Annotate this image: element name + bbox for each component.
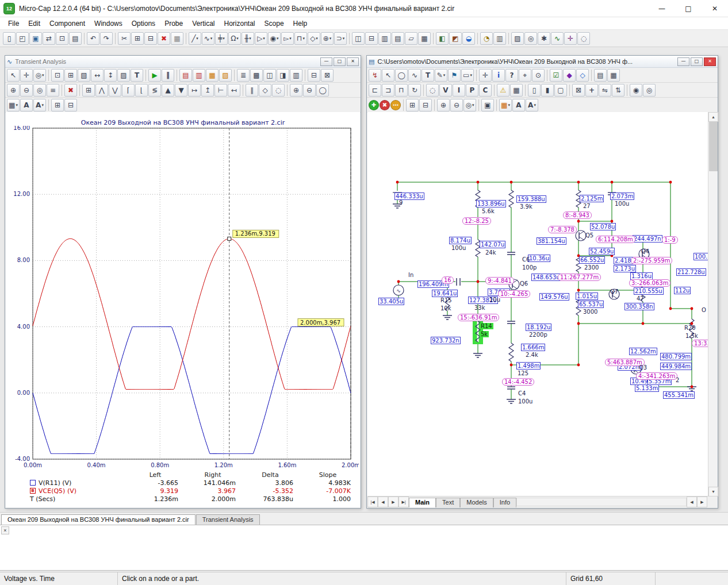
highlighted-part-label[interactable]: R14 bbox=[480, 323, 493, 329]
part-label[interactable]: Q6 bbox=[520, 280, 528, 287]
dependent-source-button[interactable]: ◇▾ bbox=[308, 32, 320, 45]
part-label[interactable]: 2.4k bbox=[526, 352, 538, 358]
part-label[interactable]: Q4 bbox=[641, 248, 649, 255]
schematic-close-button[interactable]: ✕ bbox=[704, 57, 716, 66]
measurement-value-label[interactable]: 8.174u bbox=[449, 237, 472, 244]
component-editor-button[interactable]: ◧ bbox=[436, 32, 449, 45]
part-label[interactable]: 2200p bbox=[529, 332, 547, 338]
part-label[interactable]: 2 bbox=[676, 377, 679, 383]
schematic-canvas[interactable]: ∿ 446.333u133.896u159.388u2.125m2.073m52… bbox=[367, 112, 708, 497]
node-voltage-label[interactable]: 3:-266.063m bbox=[629, 279, 670, 287]
measurement-value-label[interactable]: 923.732n bbox=[431, 337, 461, 344]
pause-button[interactable]: ‖ bbox=[162, 69, 174, 82]
next-low-button[interactable]: ⌊ bbox=[135, 84, 148, 97]
highlighted-part-label[interactable]: 5k bbox=[480, 331, 489, 337]
part-label[interactable]: 5.6k bbox=[482, 208, 495, 214]
schematic-vertical-scrollbar[interactable]: ▲ ▼ bbox=[708, 112, 718, 497]
select-mode-button[interactable]: ↖ bbox=[7, 69, 20, 82]
node-voltage-label[interactable]: 12:-8.25 bbox=[462, 217, 491, 225]
new-file-button[interactable]: ▯ bbox=[3, 32, 16, 45]
horizontal-tag-button[interactable]: ↔ bbox=[91, 69, 104, 82]
design-rules-button[interactable]: ⊠ bbox=[572, 84, 585, 97]
magnify-button[interactable]: ◌ bbox=[577, 32, 590, 45]
node-voltage-label[interactable]: 7:-8.378 bbox=[548, 226, 577, 233]
disable-component-button[interactable]: ✖ bbox=[380, 100, 390, 110]
measurement-value-label[interactable]: 66.552u bbox=[579, 256, 605, 264]
node-voltage-label[interactable]: 13:3.669 bbox=[692, 340, 708, 347]
menu-options[interactable]: Options bbox=[127, 18, 160, 29]
data-point-options-button[interactable]: ▦▾ bbox=[7, 99, 20, 111]
part-label[interactable]: 1.5k bbox=[685, 333, 698, 339]
measurement-value-label[interactable]: 33.405u bbox=[378, 298, 404, 305]
global-high-button[interactable]: ▲ bbox=[162, 84, 174, 97]
stepping-button[interactable]: ▥ bbox=[193, 69, 205, 82]
analysis-maximize-button[interactable]: □ bbox=[334, 57, 346, 66]
part-label[interactable]: 100u bbox=[518, 398, 532, 405]
part-label[interactable]: R20 bbox=[684, 325, 696, 331]
schematic-tab-text[interactable]: Text bbox=[436, 498, 460, 507]
wire-mode-button[interactable]: ∿ bbox=[408, 69, 421, 82]
part-label[interactable]: 47 bbox=[637, 295, 644, 302]
select-color-button[interactable]: ▦ bbox=[171, 32, 183, 45]
tile-horizontal-button[interactable]: ▤ bbox=[392, 32, 404, 45]
document-tab-1[interactable]: Transient Analysis bbox=[196, 514, 260, 525]
page-first-button[interactable]: |◀ bbox=[367, 497, 378, 507]
measurement-value-label[interactable]: 2.173u bbox=[614, 265, 636, 272]
schematic-minimize-button[interactable]: — bbox=[677, 57, 689, 66]
align-cursors-button[interactable]: ∥ bbox=[246, 84, 258, 97]
measurement-value-label[interactable]: 10.36u bbox=[528, 255, 550, 262]
dc-warning-button[interactable]: ⚠ bbox=[497, 84, 509, 97]
one-graph-button[interactable]: ⊟ bbox=[308, 69, 320, 82]
page-next-button[interactable]: ▶ bbox=[388, 497, 399, 507]
shape-editor-button[interactable]: ◩ bbox=[449, 32, 462, 45]
run-button[interactable]: ▶ bbox=[148, 69, 161, 82]
minimize-button[interactable]: — bbox=[649, 0, 675, 17]
show-node-numbers-button[interactable]: ◌ bbox=[426, 84, 439, 97]
node-voltage-label[interactable]: 9:-4.841 bbox=[485, 277, 514, 284]
scroll-up-button[interactable]: ▲ bbox=[708, 112, 718, 122]
font-button[interactable]: A bbox=[20, 99, 33, 111]
zoom-out-button[interactable]: ⊖ bbox=[450, 99, 463, 111]
cursor-off-button[interactable]: ✖ bbox=[64, 84, 77, 97]
part-label[interactable]: 24k bbox=[485, 249, 496, 256]
point-tag-button[interactable]: ▧ bbox=[78, 69, 90, 82]
fix-parts-button[interactable]: ✱ bbox=[538, 32, 550, 45]
color-settings-button[interactable]: ▦▾ bbox=[499, 99, 512, 111]
node-voltage-label[interactable]: 14:-4.452 bbox=[502, 378, 534, 386]
zoom-in-button[interactable]: ⊕ bbox=[7, 84, 20, 97]
measurement-value-label[interactable]: 449.984m bbox=[660, 363, 692, 370]
part-label[interactable]: 10u bbox=[489, 297, 500, 303]
dc-operating-point-button[interactable]: ▦ bbox=[206, 69, 219, 82]
undo-button[interactable]: ↶ bbox=[87, 32, 99, 45]
scroll-right-button[interactable]: ▶ bbox=[697, 497, 707, 507]
menu-scope[interactable]: Scope bbox=[260, 18, 289, 29]
performance-windows-button[interactable]: ◨ bbox=[277, 69, 289, 82]
measurement-value-label[interactable]: 100. bbox=[693, 253, 708, 260]
clear-button[interactable]: ✖ bbox=[158, 32, 170, 45]
info-mode-button[interactable]: i bbox=[492, 69, 505, 82]
waveform-marker[interactable] bbox=[30, 480, 36, 486]
node-voltage-label[interactable]: 16 bbox=[442, 276, 454, 284]
open-file-button[interactable]: ◰ bbox=[16, 32, 29, 45]
save-file-button[interactable]: ▣ bbox=[29, 32, 42, 45]
analysis-minimize-button[interactable]: — bbox=[320, 57, 332, 66]
part-label[interactable]: 100u bbox=[451, 245, 466, 251]
opamp-button[interactable]: ▻▾ bbox=[281, 32, 294, 45]
graph-window-button[interactable]: ▤ bbox=[594, 69, 607, 82]
scroll-left-button[interactable]: ◀ bbox=[687, 497, 697, 507]
part-label[interactable]: Q7 bbox=[610, 288, 618, 295]
menu-file[interactable]: File bbox=[3, 18, 24, 29]
measurement-value-label[interactable]: 149.576u bbox=[539, 293, 569, 301]
keep-scales-button[interactable]: ◇ bbox=[259, 84, 271, 97]
node-voltage-label[interactable]: 8:-8.943 bbox=[563, 211, 592, 219]
measurement-value-label[interactable]: 381.154u bbox=[537, 237, 566, 245]
measurement-value-label[interactable]: 1.666m bbox=[521, 344, 545, 351]
part-label[interactable]: 3.9k bbox=[520, 203, 532, 210]
font-attributes-button[interactable]: A▾ bbox=[33, 99, 46, 111]
next-peak-button[interactable]: ⋀ bbox=[95, 84, 108, 97]
calculator-button[interactable]: ▦ bbox=[418, 32, 431, 45]
print-preview-button[interactable]: ⊡ bbox=[56, 32, 68, 45]
schematic-tab-main[interactable]: Main bbox=[409, 498, 436, 507]
logic-gate-button[interactable]: ⊃▾ bbox=[334, 32, 347, 45]
border-display-button[interactable]: ▯ bbox=[528, 84, 541, 97]
